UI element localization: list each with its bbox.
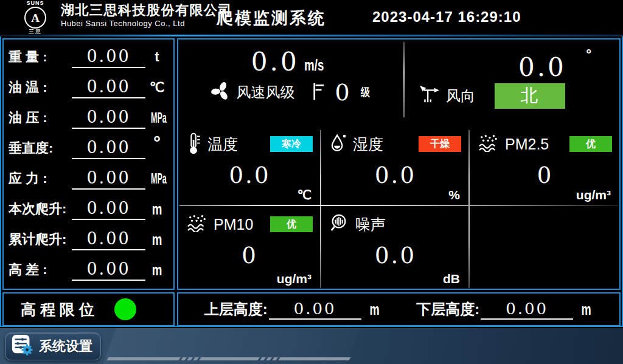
- measure-value: 0.00: [72, 259, 145, 281]
- humidity-unit: %: [448, 188, 460, 202]
- page-title: 爬模监测系统: [217, 7, 326, 29]
- environment-panel: 0.0 m/s 风速风级: [177, 38, 621, 290]
- measure-value: 0.00: [72, 228, 145, 250]
- layer-heights-panel: 上层高度: 0.00 m 下层高度: 0.00 m: [177, 292, 621, 326]
- upper-height-label: 上层高度:: [204, 300, 268, 319]
- company-name-cn: 湖北三思科技股份有限公司: [61, 2, 232, 18]
- system-settings-button[interactable]: 系统设置: [5, 332, 101, 360]
- dust-icon: [187, 214, 207, 235]
- wind-grade-value: 0: [335, 79, 349, 106]
- measure-label: 油 压 :: [9, 109, 72, 127]
- pm10-status-badge: 优: [270, 216, 313, 232]
- measure-row-height-diff: 高 差 : 0.00 m: [9, 255, 169, 284]
- header-divider: [0, 35, 623, 36]
- wind-direction-value: 0.0: [518, 52, 566, 82]
- measure-value: 0.00: [72, 168, 145, 190]
- noise-label: 噪声: [355, 215, 386, 235]
- wind-vane-icon: [419, 85, 440, 107]
- measure-unit: °: [145, 134, 169, 152]
- temperature-label: 温度: [207, 134, 238, 154]
- company-logo: SUNS A 三思: [15, 1, 56, 35]
- measure-row-weight: 重 量 : 0.00 t: [9, 43, 169, 72]
- measure-row-stress: 应 力 : 0.00 MPa: [9, 164, 169, 193]
- measure-label: 垂直度:: [9, 139, 72, 157]
- measure-unit: m: [148, 230, 165, 249]
- measure-label: 重 量 :: [9, 48, 72, 66]
- wind-grade-flag-icon: [313, 82, 325, 103]
- pm10-label: PM10: [214, 216, 253, 233]
- measure-label: 累计爬升:: [9, 230, 72, 249]
- humidity-label: 湿度: [353, 134, 383, 154]
- datetime-display: 2023-04-17 16:29:10: [372, 9, 521, 26]
- noise-icon: [330, 213, 349, 235]
- wind-grade-unit: 级: [360, 84, 369, 100]
- temperature-value: 0.0: [187, 162, 313, 188]
- noise-unit: dB: [443, 272, 460, 286]
- pm10-value: 0: [187, 242, 313, 269]
- humidity-cell: 湿度 干燥 0.0 %: [321, 126, 468, 205]
- measure-label: 本次爬升:: [9, 200, 72, 218]
- lower-height-group: 下层高度: 0.00 m: [399, 299, 611, 320]
- elevation-limit-label: 高程限位: [21, 300, 99, 320]
- logo-suns-text: SUNS: [15, 1, 56, 6]
- pm10-unit: ug/m³: [277, 272, 312, 286]
- temperature-status-badge: 寒冷: [270, 136, 313, 152]
- measure-value: 0.00: [72, 46, 145, 68]
- temperature-unit: ℃: [297, 188, 312, 202]
- pm25-cell: PM2.5 优 0 ug/m³: [470, 126, 619, 205]
- measure-unit: ℃: [145, 80, 169, 95]
- measure-row-oil-pressure: 油 压 : 0.00 MPa: [9, 103, 169, 132]
- measure-value: 0.00: [72, 77, 145, 98]
- wind-speed-unit: m/s: [304, 57, 324, 74]
- measure-row-verticality: 垂直度: 0.00 °: [9, 134, 169, 163]
- pm10-cell: PM10 优 0 ug/m³: [178, 206, 320, 289]
- climbing-formwork-monitor-screen: SUNS A 三思 湖北三思科技股份有限公司 Hubei Sansi Techn…: [0, 0, 623, 364]
- noise-value: 0.0: [330, 242, 461, 269]
- settings-sliders-icon: [11, 334, 34, 359]
- wind-direction-unit: °: [586, 47, 591, 62]
- upper-height-unit: m: [369, 300, 379, 319]
- company-name-en: Hubei Sansi Technology Co., Ltd: [61, 19, 232, 29]
- measure-row-current-climb: 本次爬升: 0.00 m: [9, 194, 169, 224]
- droplet-icon: [330, 133, 347, 156]
- measure-label: 应 力 :: [9, 170, 72, 188]
- pm25-value: 0: [478, 162, 612, 188]
- pm25-status-badge: 优: [569, 136, 612, 152]
- humidity-status-badge: 干燥: [419, 136, 461, 152]
- temperature-cell: 温度 寒冷 0.0 ℃: [178, 126, 320, 205]
- wind-direction-section: 0.0 °: [405, 39, 619, 126]
- wind-speed-section: 0.0 m/s 风速风级: [178, 39, 403, 126]
- measure-row-oil-temp: 油 温 : 0.00 ℃: [9, 73, 169, 102]
- company-name-block: 湖北三思科技股份有限公司 Hubei Sansi Technology Co.,…: [61, 2, 232, 29]
- wind-direction-label: 风向: [446, 86, 475, 106]
- dust-icon: [478, 134, 499, 154]
- measure-value: 0.00: [72, 198, 145, 220]
- measurement-panel: 重 量 : 0.00 t 油 温 : 0.00 ℃ 油 压 : 0.00 MPa…: [2, 38, 175, 290]
- elevation-limit-panel: 高程限位: [2, 292, 175, 326]
- humidity-value: 0.0: [330, 162, 461, 188]
- measure-value: 0.00: [72, 137, 145, 159]
- fan-icon: [211, 81, 231, 104]
- wind-speed-value: 0.0: [251, 47, 299, 77]
- lower-height-label: 下层高度:: [416, 300, 479, 319]
- pm25-unit: ug/m³: [576, 188, 611, 202]
- logo-cn-text: 三思: [15, 29, 56, 35]
- settings-button-label: 系统设置: [39, 337, 92, 355]
- logo-circle-icon: A: [24, 7, 46, 29]
- measure-unit: t: [145, 49, 169, 65]
- decorative-stripe: [108, 357, 350, 360]
- wind-direction-indicator[interactable]: 北: [495, 83, 565, 109]
- thermometer-icon: [187, 132, 201, 157]
- measure-unit: MPa: [151, 109, 163, 126]
- upper-height-value: 0.00: [269, 299, 361, 320]
- wind-row: 0.0 m/s 风速风级: [178, 39, 619, 126]
- measure-unit: m: [148, 200, 165, 219]
- wind-speed-label: 风速风级: [236, 83, 294, 102]
- bottom-bar: 系统设置: [0, 328, 623, 364]
- measure-label: 油 温 :: [9, 78, 72, 97]
- measure-unit: MPa: [151, 170, 163, 187]
- lower-height-value: 0.00: [481, 299, 573, 320]
- environment-grid: 温度 寒冷 0.0 ℃ 湿度 干燥: [178, 126, 619, 289]
- pm25-label: PM2.5: [505, 136, 549, 153]
- lower-height-unit: m: [582, 300, 591, 319]
